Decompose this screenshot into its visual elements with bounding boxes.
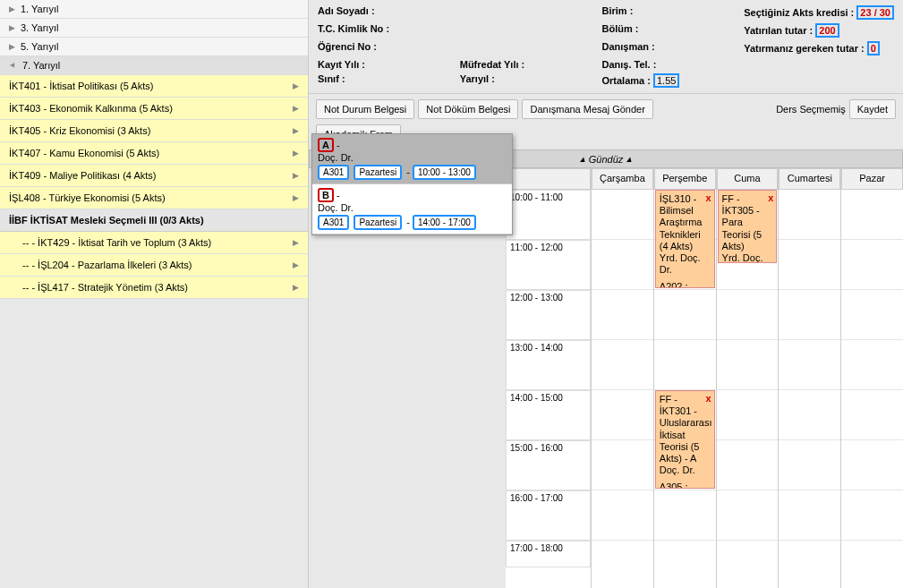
chevron-right-icon: ▶	[293, 238, 299, 247]
ders-secmemis-label: Ders Seçmemiş	[776, 104, 846, 115]
label-paid: Yatırılan tutar :	[744, 25, 813, 36]
chevron-right-icon: ▶	[293, 126, 299, 135]
chevron-up-icon: ▴	[580, 153, 585, 165]
room-pill: A301	[318, 165, 349, 180]
student-info-bar: Adı Soyadı : Birim : Seçtiğiniz Akts kre…	[309, 0, 903, 94]
danisman-mesaj-button[interactable]: Danışmana Mesaj Gönder	[522, 99, 652, 119]
course-block-text: İŞL310 - Bilimsel Araştırma Teknikleri (…	[660, 193, 711, 276]
course-block[interactable]: xFF - İKT305 - Para Teorisi (5 Akts) Yrd…	[718, 190, 778, 263]
elective-item[interactable]: -- - İŞL417 - Stratejik Yönetim (3 Akts)…	[0, 277, 308, 299]
label-akts: Seçtiğiniz Akts kredisi :	[744, 7, 854, 18]
time-label: 14:00 - 15:00	[506, 390, 591, 440]
label-name: Adı Soyadı :	[318, 5, 375, 16]
popup-section-b[interactable]: B - Doç. Dr. A301 Pazartesi - 14:00 - 17…	[312, 184, 512, 234]
course-block[interactable]: xFF - İKT301 - Uluslararası İktisat Teor…	[655, 390, 715, 489]
time-label: 13:00 - 14:00	[506, 340, 591, 390]
course-block-room: A202 : 10:00 - 13:00	[660, 281, 711, 288]
course-item[interactable]: İKT401 - İktisat Politikası (5 Akts)▶	[0, 75, 308, 98]
chevron-right-icon: ▶	[9, 23, 15, 32]
label-dept: Bölüm :	[601, 23, 638, 34]
remove-course-icon[interactable]: x	[705, 192, 711, 204]
course-item[interactable]: İKT403 - Ekonomik Kalkınma (5 Akts)▶	[0, 98, 308, 120]
label-gpa: Ortalama :	[601, 75, 650, 86]
paid-value: 200	[819, 25, 835, 36]
label-reg-year: Kayıt Yılı :	[318, 59, 365, 70]
chevron-right-icon: ▶	[293, 283, 299, 292]
chevron-right-icon: ▶	[293, 149, 299, 158]
day-header: Çarşamba	[592, 168, 653, 190]
course-item[interactable]: İŞL408 - Türkiye Ekonomisi (5 Akts)▶	[0, 187, 308, 209]
course-block-text: FF - İKT301 - Uluslararası İktisat Teori…	[660, 394, 711, 476]
time-label: 15:00 - 16:00	[506, 440, 591, 490]
course-block[interactable]: xİŞL310 - Bilimsel Araştırma Teknikleri …	[655, 190, 715, 288]
chevron-right-icon: ▶	[293, 104, 299, 113]
course-item[interactable]: İKT405 - Kriz Ekonomisi (3 Akts)▶	[0, 120, 308, 142]
not-durum-button[interactable]: Not Durum Belgesi	[316, 99, 414, 119]
day-header: Perşembe	[654, 168, 716, 190]
gpa-value: 1.55	[653, 73, 679, 88]
day-header: Cumartesi	[779, 168, 840, 190]
course-block-text: FF - İKT305 - Para Teorisi (5 Akts) Yrd.…	[722, 193, 773, 263]
day-header: Cuma	[717, 168, 779, 190]
chevron-right-icon: ▶	[293, 260, 299, 269]
semester-item-3[interactable]: ▶3. Yarıyıl	[0, 19, 308, 38]
elective-item[interactable]: -- - İKT429 - İktisat Tarih ve Toplum (3…	[0, 232, 308, 254]
chevron-down-icon: ▼	[8, 62, 17, 70]
kaydet-button[interactable]: Kaydet	[849, 99, 896, 119]
room-pill: A301	[318, 215, 349, 230]
semester-item-1[interactable]: ▶1. Yarıyıl	[0, 0, 308, 19]
time-label: 10:00 - 11:00	[506, 190, 591, 240]
label-tc: T.C. Kimlik No :	[318, 23, 389, 34]
chevron-right-icon: ▶	[293, 81, 299, 90]
time-label: 12:00 - 13:00	[506, 290, 591, 340]
label-advisor-tel: Danış. Tel. :	[601, 59, 656, 70]
label-advisor: Danışman :	[601, 41, 654, 52]
day-header: Pazar	[841, 168, 903, 190]
day-pill: Pazartesi	[354, 165, 402, 180]
course-item[interactable]: İKT407 - Kamu Ekonomisi (5 Akts)▶	[0, 142, 308, 165]
elective-header[interactable]: İİBF İKTİSAT Mesleki Seçmeli III (0/3 Ak…	[0, 209, 308, 232]
left-sidebar: ▶1. Yarıyıl ▶3. Yarıyıl ▶5. Yarıyıl ▼7. …	[0, 0, 309, 588]
instructor-name: Doç. Dr.	[318, 152, 507, 163]
label-class: Sınıf :	[318, 73, 345, 84]
time-label: 17:00 - 18:00	[506, 541, 591, 567]
chevron-right-icon: ▶	[9, 42, 15, 51]
not-dokum-button[interactable]: Not Döküm Belgesi	[418, 99, 518, 119]
label-studentno: Öğrenci No :	[318, 41, 377, 52]
course-item[interactable]: İKT409 - Maliye Politikası (4 Akts)▶	[0, 165, 308, 187]
time-pill: 10:00 - 13:00	[413, 165, 476, 180]
semester-item-5[interactable]: ▶5. Yarıyıl	[0, 38, 308, 56]
due-value: 0	[871, 43, 876, 54]
chevron-up-icon: ▴	[626, 153, 632, 165]
section-popup: A - Doç. Dr. A301 Pazartesi - 10:00 - 13…	[311, 133, 513, 235]
elective-item[interactable]: -- - İŞL204 - Pazarlama İlkeleri (3 Akts…	[0, 254, 308, 277]
chevron-right-icon: ▶	[9, 4, 15, 13]
chevron-right-icon: ▶	[293, 193, 299, 202]
popup-section-a[interactable]: A - Doç. Dr. A301 Pazartesi - 10:00 - 13…	[312, 134, 512, 184]
time-pill: 14:00 - 17:00	[413, 215, 476, 230]
remove-course-icon[interactable]: x	[768, 192, 773, 204]
section-letter: A	[318, 138, 334, 152]
schedule-grid: 10:00 - 11:00 11:00 - 12:00 12:00 - 13:0…	[506, 168, 903, 588]
label-semester: Yarıyıl :	[460, 73, 495, 84]
instructor-name: Doç. Dr.	[318, 202, 507, 213]
label-due: Yatırmanız gereken tutar :	[744, 43, 865, 54]
day-pill: Pazartesi	[354, 215, 402, 230]
chevron-right-icon: ▶	[293, 171, 299, 180]
course-block-room: A305 : 14:00 - 17:00	[660, 481, 711, 489]
label-unit: Birim :	[601, 5, 633, 16]
remove-course-icon[interactable]: x	[705, 393, 711, 405]
semester-item-7[interactable]: ▼7. Yarıyıl	[0, 56, 308, 75]
action-button-bar: Not Durum Belgesi Not Döküm Belgesi Danı…	[309, 94, 903, 124]
akts-value: 23 / 30	[860, 7, 890, 18]
section-letter: B	[318, 188, 334, 202]
time-label: 11:00 - 12:00	[506, 240, 591, 290]
main-panel: Adı Soyadı : Birim : Seçtiğiniz Akts kre…	[309, 0, 903, 588]
time-label: 16:00 - 17:00	[506, 490, 591, 541]
label-curriculum-year: Müfredat Yılı :	[460, 59, 525, 70]
